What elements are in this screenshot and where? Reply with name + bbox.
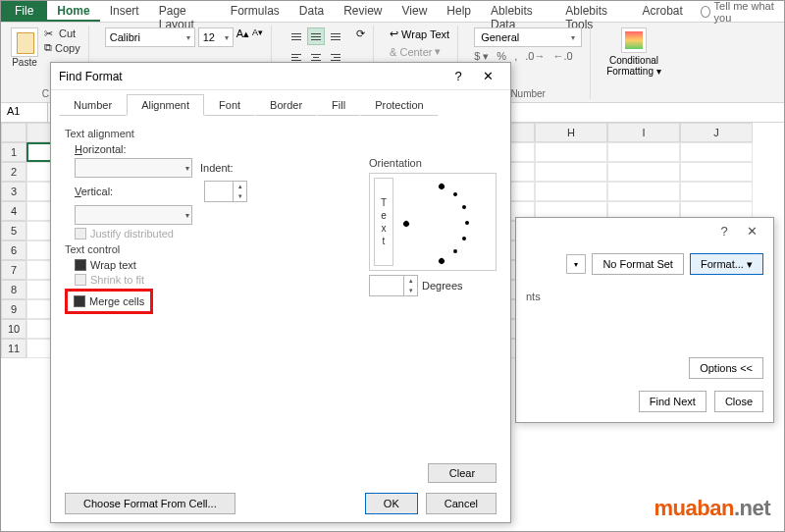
row-header[interactable]: 2 xyxy=(1,162,26,182)
format-button[interactable]: Format... ▾ xyxy=(690,253,763,275)
col-header[interactable]: J xyxy=(680,123,753,142)
cell[interactable] xyxy=(680,142,753,162)
font-size: 12 xyxy=(203,31,215,43)
tab-ablebits-data[interactable]: Ablebits Data xyxy=(481,1,555,22)
cut-label: Cut xyxy=(59,27,76,39)
tab-ablebits-tools[interactable]: Ablebits Tools xyxy=(555,1,632,22)
tab-border[interactable]: Border xyxy=(255,94,317,116)
increase-decimal-button[interactable]: .0→ xyxy=(525,50,545,63)
wrap-icon: ↩ xyxy=(390,27,398,40)
wrap-text-button[interactable]: ↩ Wrap Text xyxy=(390,27,449,40)
comma-button[interactable]: , xyxy=(514,50,517,63)
help-button[interactable]: ? xyxy=(444,69,473,83)
choose-format-from-cell-button[interactable]: Choose Format From Cell... xyxy=(65,493,236,514)
decrease-font-button[interactable]: A▾ xyxy=(252,27,263,47)
degrees-spinner[interactable]: ▴▾ xyxy=(369,275,418,296)
number-format: General xyxy=(481,31,519,43)
scissors-icon: ✂ xyxy=(44,27,56,39)
tab-formulas[interactable]: Formulas xyxy=(221,1,289,22)
copy-button[interactable]: ⧉ Copy xyxy=(44,41,80,54)
tab-page-layout[interactable]: Page Layout xyxy=(149,1,221,22)
vertical-text-preview[interactable]: Text xyxy=(374,178,393,266)
find-format-dialog: Find Format ? ✕ Number Alignment Font Bo… xyxy=(50,62,511,523)
row-header[interactable]: 5 xyxy=(1,221,26,240)
cancel-button[interactable]: Cancel xyxy=(426,493,497,514)
row-header[interactable]: 9 xyxy=(1,299,26,319)
cell[interactable] xyxy=(535,162,607,182)
font-name-select[interactable]: Calibri ▾ xyxy=(105,27,195,47)
conditional-formatting-icon xyxy=(621,27,647,53)
row-header[interactable]: 6 xyxy=(1,240,26,260)
tab-acrobat[interactable]: Acrobat xyxy=(632,1,692,22)
tab-insert[interactable]: Insert xyxy=(100,1,149,22)
find-next-button[interactable]: Find Next xyxy=(639,391,706,412)
clear-button[interactable]: Clear xyxy=(428,463,497,483)
checkbox-icon xyxy=(75,259,86,271)
col-header[interactable]: H xyxy=(535,123,607,142)
cell[interactable] xyxy=(535,182,607,201)
cell[interactable] xyxy=(607,182,680,201)
conditional-formatting-button[interactable]: Conditional Formatting ▾ xyxy=(606,27,661,77)
paste-icon xyxy=(11,27,38,57)
font-size-select[interactable]: 12 ▾ xyxy=(198,27,234,47)
merge-center-button[interactable]: & Center ▾ xyxy=(390,45,441,58)
align-bottom-button[interactable] xyxy=(327,27,344,45)
cond-label2: Formatting ▾ xyxy=(606,66,661,77)
cell[interactable] xyxy=(607,142,680,162)
row-header[interactable]: 1 xyxy=(1,142,26,162)
row-header[interactable]: 3 xyxy=(1,182,26,201)
orientation-arc[interactable] xyxy=(399,178,492,266)
cell[interactable] xyxy=(535,142,607,162)
chevron-down-icon: ▾ xyxy=(225,33,229,42)
paste-button[interactable]: Paste xyxy=(11,27,38,68)
orientation-button[interactable]: ⟳ xyxy=(356,27,365,45)
close-button[interactable]: Close xyxy=(714,391,763,412)
cell[interactable] xyxy=(680,182,753,201)
tab-home[interactable]: Home xyxy=(47,1,99,22)
options-button[interactable]: Options << xyxy=(689,357,763,379)
horizontal-select[interactable]: ▾ xyxy=(75,158,192,178)
increase-font-button[interactable]: A▴ xyxy=(236,27,249,47)
tab-fill[interactable]: Fill xyxy=(317,94,360,116)
preview-within-select[interactable]: ▾ xyxy=(566,254,586,274)
tab-font[interactable]: Font xyxy=(204,94,255,116)
row-header[interactable]: 7 xyxy=(1,260,26,280)
vertical-select[interactable]: ▾ xyxy=(75,205,192,225)
indent-spinner[interactable]: ▴▾ xyxy=(204,181,247,202)
tab-protection[interactable]: Protection xyxy=(360,94,439,116)
close-button[interactable]: ✕ xyxy=(738,224,765,239)
tab-view[interactable]: View xyxy=(392,1,438,22)
tab-number[interactable]: Number xyxy=(59,94,127,116)
orientation-control[interactable]: Text xyxy=(369,173,497,271)
col-header[interactable]: I xyxy=(607,123,680,142)
decrease-decimal-button[interactable]: ←.0 xyxy=(552,50,572,63)
number-format-select[interactable]: General ▾ xyxy=(474,27,582,47)
file-tab[interactable]: File xyxy=(1,1,47,22)
row-header[interactable]: 8 xyxy=(1,280,26,299)
cell[interactable] xyxy=(607,162,680,182)
tell-me[interactable]: Tell me what you xyxy=(693,1,784,22)
cut-button[interactable]: ✂ Cut xyxy=(44,27,80,39)
help-button[interactable]: ? xyxy=(710,224,738,239)
select-all-corner[interactable] xyxy=(1,123,26,142)
tab-alignment[interactable]: Alignment xyxy=(127,94,204,116)
ok-button[interactable]: OK xyxy=(365,493,418,514)
tab-help[interactable]: Help xyxy=(437,1,481,22)
bulb-icon xyxy=(701,6,710,18)
row-header[interactable]: 10 xyxy=(1,319,26,339)
row-header[interactable]: 4 xyxy=(1,201,26,221)
align-middle-button[interactable] xyxy=(307,27,325,45)
close-button[interactable]: ✕ xyxy=(473,69,502,83)
merge-cells-checkbox[interactable]: Merge cells xyxy=(74,295,144,307)
align-top-button[interactable] xyxy=(288,27,305,45)
horizontal-label: Horizontal: xyxy=(75,143,133,155)
tab-data[interactable]: Data xyxy=(289,1,334,22)
name-box[interactable]: A1 xyxy=(1,103,48,122)
find-replace-dialog: ? ✕ ▾ No Format Set Format... ▾ nts Opti… xyxy=(515,217,774,423)
tab-review[interactable]: Review xyxy=(334,1,392,22)
chevron-down-icon: ▾ xyxy=(435,45,441,58)
font-name: Calibri xyxy=(110,31,140,43)
text-alignment-label: Text alignment xyxy=(65,128,497,139)
cell[interactable] xyxy=(680,162,753,182)
row-header[interactable]: 11 xyxy=(1,339,26,358)
